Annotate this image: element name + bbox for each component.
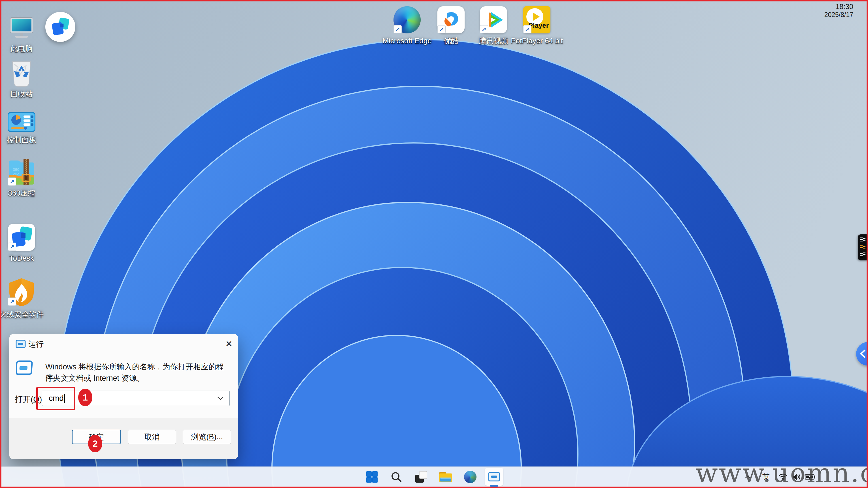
control-panel-icon — [7, 111, 36, 133]
desktop-icon-label: 火绒安全软件 — [0, 310, 43, 319]
shortcut-arrow-icon — [437, 25, 445, 33]
desktop-icon-this-pc[interactable]: 此电脑 — [0, 13, 45, 54]
desktop-icon-label: 回收站 — [10, 90, 33, 99]
edge-icon — [393, 6, 421, 34]
tray-date: 2025/8/17 — [819, 11, 853, 19]
file-explorer-icon — [438, 471, 453, 483]
desktop-icon-label: 优酷 — [444, 36, 458, 45]
windows-start-icon — [366, 471, 378, 483]
desktop-icon-label: 360压缩 — [8, 189, 35, 198]
shortcut-arrow-icon — [523, 25, 531, 33]
run-dialog-title: 运行 — [28, 339, 43, 349]
search-button[interactable] — [389, 470, 403, 484]
browse-button[interactable]: 浏览(B)... — [183, 430, 231, 444]
windows-desktop: 此电脑 回收站 — [0, 0, 868, 488]
desktop-icon-label: PotPlayer 64 bit — [511, 36, 563, 45]
start-button[interactable] — [365, 470, 379, 484]
desktop-icon-360zip[interactable]: 360 ZIP 360压缩 — [0, 158, 45, 198]
task-view-button[interactable] — [414, 470, 428, 484]
run-dialog-description-line2: 件夹、文档或 Internet 资源。 — [45, 372, 232, 384]
desktop-icon-huorong[interactable]: 火绒安全软件 — [0, 277, 45, 319]
desktop-icon-label: 腾讯视频 — [479, 36, 508, 45]
combo-dropdown-button[interactable] — [214, 391, 227, 405]
tray-time: 18:30 — [819, 2, 853, 11]
desktop-icon-label: 控制面板 — [7, 135, 36, 144]
tencent-video-icon — [479, 6, 508, 34]
task-view-icon — [414, 470, 428, 484]
edge-taskbar-button[interactable] — [463, 470, 477, 484]
desktop-icon-todesk[interactable]: ToDesk — [0, 223, 45, 263]
shortcut-arrow-icon — [8, 242, 16, 251]
desktop-icon-label: 此电脑 — [10, 44, 33, 54]
360zip-icon: 360 ZIP — [7, 158, 36, 186]
shortcut-arrow-icon — [394, 25, 402, 33]
potplayer-icon: Player — [523, 6, 551, 34]
recycle-bin-icon — [7, 59, 36, 87]
run-dialog-body-icon — [16, 359, 33, 377]
todesk-icon — [7, 223, 36, 251]
tray-clock[interactable]: 18:30 2025/8/17 — [819, 2, 853, 19]
shortcut-arrow-icon — [8, 177, 16, 186]
run-app-taskbar-button[interactable] — [485, 467, 503, 486]
cancel-button[interactable]: 取消 — [128, 430, 176, 444]
desktop-icon-potplayer[interactable]: Player PotPlayer 64 bit — [510, 6, 564, 45]
desktop-icon-control-panel[interactable]: 控制面板 — [0, 111, 45, 144]
file-explorer-button[interactable] — [438, 470, 453, 484]
watermark-text: www.uomn.cn — [695, 458, 868, 488]
annotation-step-1: 1 — [78, 389, 92, 406]
shortcut-arrow-icon — [8, 297, 16, 306]
run-dialog-title-icon — [16, 340, 26, 348]
active-app-indicator — [490, 485, 498, 487]
edge-icon — [464, 471, 476, 483]
dock-handle-dashes-icon — [859, 236, 867, 259]
close-icon[interactable]: ✕ — [221, 337, 236, 350]
chevron-left-icon — [859, 350, 866, 358]
docked-sidebar-handle[interactable] — [858, 234, 868, 260]
desktop-icon-label: ToDesk — [9, 254, 34, 263]
huorong-shield-icon — [7, 277, 36, 307]
desktop-icon-recycle-bin[interactable]: 回收站 — [0, 59, 45, 99]
run-app-icon — [488, 472, 500, 482]
search-icon — [391, 471, 402, 483]
chevron-down-icon — [217, 396, 223, 400]
shortcut-arrow-icon — [480, 25, 488, 33]
todesk-logo-icon — [49, 16, 71, 38]
this-pc-icon — [7, 13, 36, 42]
annotation-step-2: 2 — [88, 435, 102, 452]
todesk-floating-ball[interactable] — [45, 12, 75, 42]
svg-text:360: 360 — [13, 167, 20, 172]
youku-icon — [437, 6, 465, 34]
annotation-highlight-box — [36, 387, 75, 410]
